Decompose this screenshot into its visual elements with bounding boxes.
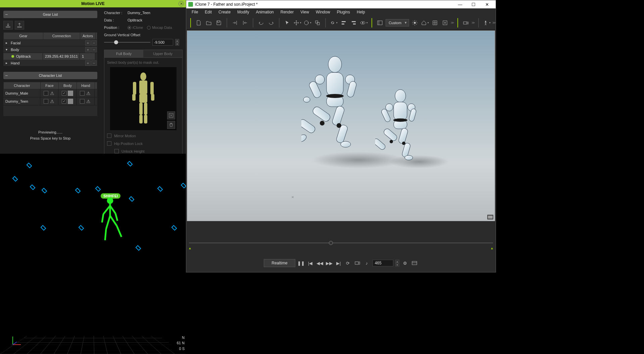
open-file-button[interactable] xyxy=(204,18,213,28)
gear-import-button[interactable] xyxy=(3,21,13,30)
spin-up-button[interactable]: ▲ xyxy=(175,39,179,42)
timeline-end-marker[interactable]: ▲ xyxy=(490,246,494,250)
position-mocap-radio[interactable]: Mocap Data xyxy=(147,26,172,30)
look-at-button[interactable]: ▾ xyxy=(359,18,368,28)
gear-export-button[interactable] xyxy=(15,21,24,30)
home-button[interactable]: ▾ xyxy=(420,18,429,28)
body-checkbox[interactable] xyxy=(62,91,66,96)
save-button[interactable] xyxy=(214,18,223,28)
timeline-playhead[interactable] xyxy=(329,241,333,245)
export-button[interactable] xyxy=(241,18,249,28)
scale-tool-button[interactable] xyxy=(313,18,322,28)
loop-button[interactable]: ⟳ xyxy=(344,259,352,267)
checkbox-icon[interactable] xyxy=(114,149,119,153)
redo-button[interactable] xyxy=(267,18,276,28)
go-end-button[interactable]: ▶| xyxy=(335,259,342,267)
gear-row-hand[interactable]: ▸ Hand +− xyxy=(3,60,97,66)
collapse-icon[interactable]: − xyxy=(5,12,8,17)
minimize-button[interactable]: — xyxy=(453,0,467,8)
frame-up-button[interactable]: ▲ xyxy=(395,260,399,263)
timeline-start-marker[interactable]: ▲ xyxy=(188,246,192,250)
expand-icon[interactable]: ▸ xyxy=(3,41,9,45)
new-file-button[interactable] xyxy=(194,18,203,28)
timeline-panel-button[interactable] xyxy=(411,259,418,267)
align2-button[interactable] xyxy=(349,18,358,28)
viewport-menu-button[interactable] xyxy=(487,215,493,219)
expand-icon[interactable]: ▸ xyxy=(3,61,9,65)
mask-expand-button[interactable] xyxy=(167,111,175,119)
audio-button[interactable]: ♪ xyxy=(363,259,370,267)
body-icon[interactable] xyxy=(68,91,73,96)
record-button[interactable] xyxy=(354,259,361,267)
playback-mode-button[interactable]: Realtime xyxy=(264,259,295,267)
camera-button[interactable] xyxy=(461,18,470,28)
mask-preview[interactable] xyxy=(110,67,177,130)
char-row[interactable]: Dummy_Teen ⚠ ⚠ xyxy=(3,97,97,105)
menu-view[interactable]: View xyxy=(297,10,312,14)
menu-plugins[interactable]: Plugins xyxy=(334,10,353,14)
body-checkbox[interactable] xyxy=(62,99,66,104)
viewport-layout-button[interactable] xyxy=(376,18,384,28)
add-button[interactable]: + xyxy=(85,60,91,66)
hand-checkbox[interactable] xyxy=(80,91,85,96)
step-back-button[interactable]: ◀◀ xyxy=(316,259,324,267)
slider-thumb[interactable] xyxy=(114,40,118,44)
gear-row-body[interactable]: ▾ Body +− xyxy=(3,46,97,53)
zoom-button[interactable] xyxy=(441,18,449,28)
remove-button[interactable]: − xyxy=(91,47,97,52)
hip-lock-option[interactable]: Hip Position Lock xyxy=(107,141,180,146)
snap-button[interactable] xyxy=(431,18,439,28)
face-checkbox[interactable] xyxy=(44,99,48,104)
remove-button[interactable]: − xyxy=(91,40,97,46)
shading-mode-select[interactable]: Custom xyxy=(386,19,409,27)
add-button[interactable]: + xyxy=(85,47,91,52)
menu-file[interactable]: File xyxy=(188,10,201,14)
import-button[interactable] xyxy=(231,18,239,28)
rotate-tool-button[interactable]: ▾ xyxy=(303,18,312,28)
go-start-button[interactable]: |◀ xyxy=(307,259,314,267)
optitrack-viewport[interactable]: SHIHFEI N 61 N 0 S xyxy=(0,154,186,354)
settings-button[interactable]: ⚙ xyxy=(401,259,409,267)
hand-checkbox[interactable] xyxy=(80,99,85,104)
menu-create[interactable]: Create xyxy=(215,10,234,14)
light-button[interactable] xyxy=(410,18,419,28)
char-row[interactable]: Dummy_Male ⚠ ⚠ xyxy=(3,89,97,97)
actor-button[interactable]: ▾ xyxy=(482,18,491,28)
body-icon[interactable] xyxy=(68,99,73,104)
gear-row-facial[interactable]: ▸ Facial +− xyxy=(3,40,97,46)
menu-edit[interactable]: Edit xyxy=(201,10,215,14)
align-button[interactable] xyxy=(339,18,348,28)
collapse-icon[interactable]: ▾ xyxy=(3,48,9,51)
frame-down-button[interactable]: ▼ xyxy=(395,263,399,266)
select-tool-button[interactable] xyxy=(283,18,292,28)
toolbar-more-icon[interactable]: ≫ xyxy=(492,21,496,24)
motion-live-close-button[interactable]: ✕ xyxy=(179,1,184,6)
offset-slider[interactable] xyxy=(104,42,150,43)
menu-render[interactable]: Render xyxy=(277,10,297,14)
menu-animation[interactable]: Animation xyxy=(252,10,277,14)
menu-window[interactable]: Window xyxy=(312,10,334,14)
move-tool-button[interactable]: ▾ xyxy=(293,18,302,28)
iclone-viewport[interactable]: ✕ xyxy=(187,31,495,221)
offset-input[interactable] xyxy=(152,39,173,46)
full-body-tab[interactable]: Full Body xyxy=(104,50,143,57)
maximize-button[interactable]: ☐ xyxy=(467,0,480,8)
remove-button[interactable]: − xyxy=(91,60,97,66)
toolbar-more-icon[interactable]: ≫ xyxy=(451,21,454,24)
position-iclone-radio[interactable]: iClone xyxy=(128,26,143,30)
timeline-track[interactable] xyxy=(189,243,493,243)
unlock-height-option[interactable]: Unlock Height xyxy=(114,149,180,153)
add-button[interactable]: + xyxy=(85,40,91,46)
link-tool-button[interactable]: ▾ xyxy=(329,18,338,28)
checkbox-icon[interactable] xyxy=(107,141,111,146)
spin-down-button[interactable]: ▼ xyxy=(175,42,179,46)
toolbar-more-icon[interactable]: ≫ xyxy=(472,21,475,24)
upper-body-tab[interactable]: Upper Body xyxy=(143,50,182,57)
robot-son[interactable] xyxy=(375,88,419,165)
face-checkbox[interactable] xyxy=(44,91,48,96)
iclone-titlebar[interactable]: iClone 7 - Father and son.iProject * — ☐… xyxy=(186,0,496,8)
collapse-icon[interactable]: − xyxy=(5,73,8,78)
mask-delete-button[interactable] xyxy=(167,121,175,129)
close-button[interactable]: ✕ xyxy=(480,0,494,8)
undo-button[interactable] xyxy=(257,18,265,28)
